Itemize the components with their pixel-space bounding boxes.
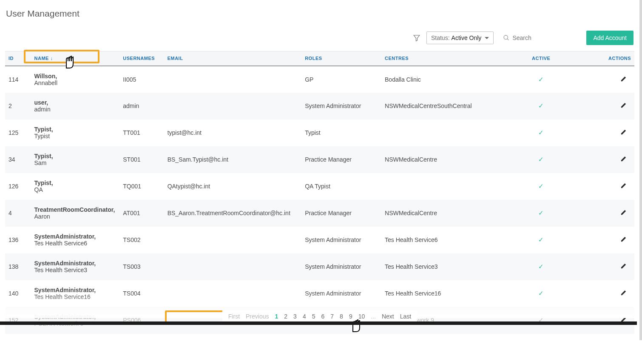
cell-active: ✓ <box>514 253 568 280</box>
page-next[interactable]: Next <box>382 313 394 320</box>
svg-marker-0 <box>414 35 420 41</box>
cell-email <box>164 253 302 280</box>
table-row: 140SystemAdministrator,Tes Health Servic… <box>5 280 634 307</box>
cell-roles: Typist <box>301 119 381 146</box>
cell-id: 152 <box>5 307 31 334</box>
edit-icon[interactable] <box>620 156 627 162</box>
cell-roles: Practice Manager <box>301 200 381 227</box>
page-7[interactable]: 7 <box>330 313 334 320</box>
page-previous: Previous <box>246 313 269 320</box>
edit-icon[interactable] <box>620 102 627 108</box>
cell-name: Typist,Typist <box>31 119 120 146</box>
page-10[interactable]: 10 <box>358 313 365 320</box>
cell-active: ✓ <box>514 280 568 307</box>
search-field[interactable] <box>500 33 580 43</box>
cell-centres: Tes Health Service16 <box>381 280 514 307</box>
cell-roles: Practice Manager <box>301 146 381 173</box>
cell-centres: NSWMedicalCentre <box>381 200 514 227</box>
cell-name: SystemAdministrator,Tes Health Service16 <box>31 280 120 307</box>
cell-name: SystemAdministrator,Tes Health Service3 <box>31 253 120 280</box>
cell-username: TQ001 <box>119 173 164 200</box>
cell-username: PS006 <box>119 307 164 334</box>
table-row: 34Typist,SamST001BS_Sam.Typist@hc.intPra… <box>5 146 634 173</box>
page-last[interactable]: Last <box>400 313 411 320</box>
annotation-name-header <box>24 50 99 63</box>
col-roles[interactable]: ROLES <box>301 51 381 66</box>
page-first: First <box>228 313 240 320</box>
search-input[interactable] <box>512 34 572 41</box>
cell-email <box>164 280 302 307</box>
cell-active: ✓ <box>514 119 568 146</box>
cell-name: SystemAdministrator,Tes Health Service6 <box>31 227 120 253</box>
add-account-button[interactable]: Add Account <box>586 31 633 45</box>
cell-email: typist@hc.int <box>164 119 302 146</box>
cell-name: TreatmentRoomCoordinator,Aaron <box>31 200 120 227</box>
cell-centres: NSWMedicalCentre <box>381 146 514 173</box>
cell-id: 138 <box>5 253 31 280</box>
col-centres[interactable]: CENTRES <box>381 51 514 66</box>
table-row: 125Typist,TypistTT001typist@hc.intTypist… <box>5 119 634 146</box>
cell-roles: System Administrator <box>301 253 381 280</box>
page-5[interactable]: 5 <box>312 313 315 320</box>
cell-name: user,admin <box>31 93 120 119</box>
page-...: ... <box>371 313 376 320</box>
col-actions: ACTIONS <box>568 51 634 66</box>
cell-active: ✓ <box>514 66 568 93</box>
cell-id: 126 <box>5 173 31 200</box>
pagination: FirstPrevious12345678910...NextLast <box>222 310 417 322</box>
cell-username: TS003 <box>119 253 164 280</box>
status-filter[interactable]: Status: Active Only <box>426 31 494 44</box>
cell-username: TS002 <box>119 227 164 253</box>
edit-icon[interactable] <box>620 263 627 269</box>
edit-icon[interactable] <box>620 76 627 82</box>
cell-active: ✓ <box>514 146 568 173</box>
cell-roles: GP <box>301 66 381 93</box>
page-title: User Management <box>5 8 634 28</box>
col-active[interactable]: ACTIVE <box>514 51 568 66</box>
page-2[interactable]: 2 <box>284 313 287 320</box>
cell-active: ✓ <box>514 173 568 200</box>
page-1[interactable]: 1 <box>275 313 278 320</box>
page-4[interactable]: 4 <box>303 313 306 320</box>
page-6[interactable]: 6 <box>321 313 324 320</box>
col-usernames[interactable]: USERNAMES <box>119 51 164 66</box>
svg-point-1 <box>504 35 508 39</box>
cell-email: QAtypist@hc.int <box>164 173 302 200</box>
cell-centres <box>381 173 514 200</box>
page-3[interactable]: 3 <box>293 313 297 320</box>
cell-roles: System Administrator <box>301 93 381 119</box>
col-email[interactable]: EMAIL <box>164 51 302 66</box>
cell-roles: System Administrator <box>301 280 381 307</box>
edit-icon[interactable] <box>620 209 627 216</box>
table-row: 4TreatmentRoomCoordinator,AaronAT001BS_A… <box>5 200 634 227</box>
cell-name: Willson,Annabell <box>31 66 120 93</box>
search-icon <box>503 34 510 41</box>
cell-name: Typist,QA <box>31 173 120 200</box>
cell-centres: Tes Health Service6 <box>381 227 514 253</box>
cell-username: II005 <box>119 66 164 93</box>
svg-line-2 <box>507 39 508 40</box>
edit-icon[interactable] <box>620 290 627 296</box>
cell-id: 4 <box>5 200 31 227</box>
cell-name: Typist,Sam <box>31 146 120 173</box>
edit-icon[interactable] <box>620 182 627 189</box>
cell-roles: QA Typist <box>301 173 381 200</box>
table-row: 136SystemAdministrator,Tes Health Servic… <box>5 227 634 253</box>
users-table: ID NAME ↓ USERNAMES EMAIL ROLES CENTRES … <box>5 51 634 334</box>
edit-icon[interactable] <box>620 236 627 242</box>
status-label: Status: <box>431 34 450 41</box>
cell-id: 2 <box>5 93 31 119</box>
cell-email <box>164 66 302 93</box>
cell-centres: Bodalla Clinic <box>381 66 514 93</box>
page-8[interactable]: 8 <box>340 313 343 320</box>
status-value: Active Only <box>452 34 482 41</box>
cell-id: 34 <box>5 146 31 173</box>
cell-email <box>164 93 302 119</box>
cell-id: 136 <box>5 227 31 253</box>
page-9[interactable]: 9 <box>349 313 352 320</box>
cell-active: ✓ <box>514 200 568 227</box>
cell-centres: NSWMedicalCentreSouthCentral <box>381 93 514 119</box>
edit-icon[interactable] <box>620 129 627 135</box>
filter-icon[interactable] <box>413 34 420 42</box>
cell-id: 140 <box>5 280 31 307</box>
